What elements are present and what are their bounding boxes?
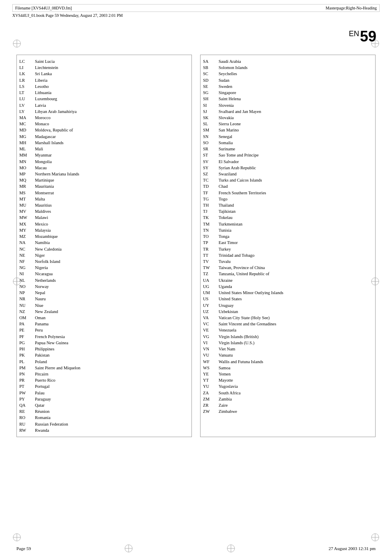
left-column: LCSaint LuciaLILiechtensteinLKSri LankaL… xyxy=(16,55,192,437)
country-code: NE xyxy=(19,252,32,258)
country-name: Vatican City State (Holy See) xyxy=(219,315,373,321)
country-name: Virgin Islands (British) xyxy=(219,334,373,340)
country-name: Venezuela xyxy=(219,327,373,333)
country-name: Panama xyxy=(35,321,189,327)
country-code: SY xyxy=(203,165,215,171)
table-row: TDChad xyxy=(203,183,373,189)
country-name: Réunion xyxy=(35,408,189,415)
country-code: PH xyxy=(19,346,32,352)
table-row: PNPitcairn xyxy=(19,371,189,377)
country-name: Sierra Leone xyxy=(219,121,373,127)
table-row: MDMoldova, Republic of xyxy=(19,127,189,133)
table-row: MSMontserrat xyxy=(19,190,189,196)
table-row: TPEast Timor xyxy=(203,240,373,246)
country-name: Oman xyxy=(35,315,189,321)
country-name: Thailand xyxy=(219,202,373,208)
country-code: TV xyxy=(203,258,215,265)
country-code: LV xyxy=(19,102,32,108)
table-row: MOMacau xyxy=(19,165,189,171)
table-row: SOSomalia xyxy=(203,140,373,146)
table-row: VNViet Nam xyxy=(203,346,373,352)
table-row: LILiechtenstein xyxy=(19,64,189,71)
table-row: NZNew Zealand xyxy=(19,309,189,315)
country-name: Saint Helena xyxy=(219,96,373,102)
country-name: Poland xyxy=(35,359,189,365)
country-code: MG xyxy=(19,134,32,140)
country-name: Niue xyxy=(35,302,189,309)
country-name: Sri Lanka xyxy=(35,71,189,77)
country-code: TF xyxy=(203,190,215,196)
country-code: MM xyxy=(19,152,32,158)
country-name: French Polynesia xyxy=(35,334,189,340)
table-row: PKPakistan xyxy=(19,352,189,358)
table-row: NINicaragua xyxy=(19,271,189,277)
country-name: Svalbard and Jan Mayen xyxy=(219,108,373,115)
country-code: NU xyxy=(19,302,32,309)
table-row: VCSaint Vincent and the Grenadines xyxy=(203,321,373,327)
table-row: SBSolomon Islands xyxy=(203,64,373,71)
country-code: ML xyxy=(19,146,32,152)
table-row: TRTurkey xyxy=(203,246,373,252)
country-name: Malaysia xyxy=(35,227,189,233)
country-code: SN xyxy=(203,134,215,140)
table-row: WFWallis and Futuna Islands xyxy=(203,359,373,365)
country-code: LY xyxy=(19,108,32,115)
table-row: SZSwaziland xyxy=(203,171,373,177)
table-row: PRPuerto Rico xyxy=(19,377,189,383)
country-code: LR xyxy=(19,77,32,83)
table-row: MPNorthern Mariana Islands xyxy=(19,171,189,177)
table-row: YEYemen xyxy=(203,371,373,377)
country-name: Moldova, Republic of xyxy=(35,127,189,133)
country-name: Turkey xyxy=(219,246,373,252)
country-code: MN xyxy=(19,159,32,165)
country-code: SG xyxy=(203,90,215,96)
table-row: MHMarshall Islands xyxy=(19,140,189,146)
country-name: Nepal xyxy=(35,290,189,296)
table-row: LRLiberia xyxy=(19,77,189,83)
country-code: TN xyxy=(203,227,215,233)
table-row: LKSri Lanka xyxy=(19,71,189,77)
table-row: RWRwanda xyxy=(19,427,189,433)
country-name: Sao Tome and Principe xyxy=(219,152,373,158)
table-row: YTMayotte xyxy=(203,377,373,383)
country-code: NG xyxy=(19,265,32,271)
country-name: Somalia xyxy=(219,140,373,146)
table-row: MXMexico xyxy=(19,221,189,227)
country-name: Zimbabwe xyxy=(219,408,373,415)
country-code: MO xyxy=(19,165,32,171)
country-name: Mauritius xyxy=(35,202,189,208)
country-name: Myanmar xyxy=(35,152,189,158)
reg-mark-br xyxy=(371,533,380,543)
table-row: VAVatican City State (Holy See) xyxy=(203,315,373,321)
table-row: LVLatvia xyxy=(19,102,189,108)
country-name: Liberia xyxy=(35,77,189,83)
table-row: NANamibia xyxy=(19,240,189,246)
table-row: NFNorfolk Island xyxy=(19,258,189,265)
table-row: SKSlovakia xyxy=(203,115,373,121)
country-code: PY xyxy=(19,396,32,402)
country-name: Maldives xyxy=(35,208,189,214)
country-name: Saint Lucia xyxy=(35,58,189,64)
country-name: Liechtenstein xyxy=(35,64,189,71)
country-name: Swaziland xyxy=(219,171,373,177)
country-code: PL xyxy=(19,359,32,365)
table-row: TKTokelau xyxy=(203,214,373,221)
table-row: PAPanama xyxy=(19,321,189,327)
country-code: PM xyxy=(19,365,32,371)
country-name: Lithuania xyxy=(35,90,189,96)
country-code: MS xyxy=(19,190,32,196)
table-row: MQMartinique xyxy=(19,177,189,183)
country-code: SL xyxy=(203,121,215,127)
country-code: VE xyxy=(203,327,215,333)
country-name: Papua New Guinea xyxy=(35,340,189,346)
table-row: SHSaint Helena xyxy=(203,96,373,102)
country-code: SR xyxy=(203,146,215,152)
country-code: SM xyxy=(203,127,215,133)
country-code: ZA xyxy=(203,390,215,396)
country-name: Sweden xyxy=(219,83,373,90)
country-name: Mozambique xyxy=(35,233,189,240)
footer-right: 27 August 2003 12:31 pm xyxy=(329,546,376,551)
table-row: NCNew Caledonia xyxy=(19,246,189,252)
filename-label: Filename [XVS44UJ_08DVD.fm] xyxy=(15,6,72,10)
country-code: VC xyxy=(203,321,215,327)
